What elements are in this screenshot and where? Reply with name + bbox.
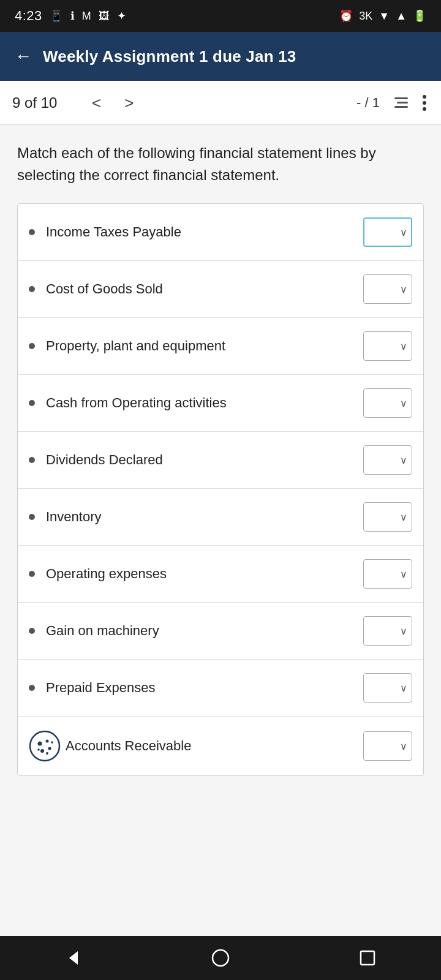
select-wrapper-9: Balance Sheet Income Statement Cash Flow… xyxy=(363,731,412,761)
more-options-button[interactable] xyxy=(420,92,429,113)
match-select-3[interactable]: Balance Sheet Income Statement Cash Flow… xyxy=(363,388,412,418)
content-area: Match each of the following financial st… xyxy=(0,125,441,936)
match-label: Cost of Goods Sold xyxy=(46,281,363,298)
match-label: Gain on machinery xyxy=(46,622,363,640)
select-wrapper-1: Balance Sheet Income Statement Cash Flow… xyxy=(363,274,412,304)
row-dot xyxy=(29,571,35,577)
alarm-icon: ⏰ xyxy=(339,9,353,23)
svg-point-9 xyxy=(213,950,228,966)
image-icon: 🖼 xyxy=(99,10,110,23)
select-wrapper-7: Balance Sheet Income Statement Cash Flow… xyxy=(363,616,412,646)
back-nav-button[interactable] xyxy=(49,936,98,980)
row-dot xyxy=(29,628,35,634)
match-row: Income Taxes Payable Balance Sheet Incom… xyxy=(18,204,423,261)
row-dot xyxy=(29,229,35,235)
match-row: Dividends Declared Balance Sheet Income … xyxy=(18,432,423,489)
match-row: Accounts Receivable Balance Sheet Income… xyxy=(18,717,423,775)
svg-marker-8 xyxy=(69,951,78,965)
match-label: Accounts Receivable xyxy=(66,737,363,755)
match-select-9[interactable]: Balance Sheet Income Statement Cash Flow… xyxy=(363,731,412,761)
match-label: Cash from Operating activities xyxy=(46,394,363,412)
status-time: 4:23 xyxy=(15,8,42,24)
svg-point-6 xyxy=(37,748,40,751)
mail-icon: M xyxy=(82,10,91,23)
row-dot xyxy=(29,514,35,520)
select-wrapper-4: Balance Sheet Income Statement Cash Flow… xyxy=(363,445,412,475)
select-wrapper-0: Balance Sheet Income Statement Cash Flow… xyxy=(363,217,412,247)
home-circle-icon xyxy=(211,949,230,967)
row-dot xyxy=(29,343,35,349)
select-wrapper-8: Balance Sheet Income Statement Cash Flow… xyxy=(363,673,412,703)
signal-3g-icon: 3K xyxy=(359,10,372,23)
select-wrapper-2: Balance Sheet Income Statement Cash Flow… xyxy=(363,331,412,361)
star-icon: ✦ xyxy=(117,9,126,23)
back-button[interactable]: ← xyxy=(15,48,32,65)
match-select-6[interactable]: Balance Sheet Income Statement Cash Flow… xyxy=(363,559,412,589)
match-row: Prepaid Expenses Balance Sheet Income St… xyxy=(18,660,423,717)
match-select-2[interactable]: Balance Sheet Income Statement Cash Flow… xyxy=(363,331,412,361)
status-bar-left: 4:23 📱 ℹ M 🖼 ✦ xyxy=(15,8,126,24)
svg-point-1 xyxy=(38,742,42,746)
match-label: Dividends Declared xyxy=(46,451,363,469)
svg-point-4 xyxy=(48,747,51,750)
back-triangle-icon xyxy=(64,949,83,967)
wifi-icon: ▼ xyxy=(379,10,390,23)
phone-icon: 📱 xyxy=(50,9,63,23)
question-text: Match each of the following financial st… xyxy=(17,142,424,186)
svg-point-5 xyxy=(46,752,48,755)
row-dot xyxy=(29,457,35,463)
status-bar: 4:23 📱 ℹ M 🖼 ✦ ⏰ 3K ▼ ▲ 🔋 xyxy=(0,0,441,32)
prev-button[interactable]: < xyxy=(86,92,107,113)
row-dot xyxy=(29,400,35,406)
list-view-button[interactable] xyxy=(394,97,408,108)
select-wrapper-5: Balance Sheet Income Statement Cash Flow… xyxy=(363,502,412,532)
row-dot xyxy=(29,685,35,691)
match-label: Income Taxes Payable xyxy=(46,224,363,241)
match-label: Prepaid Expenses xyxy=(46,679,363,697)
toolbar: 9 of 10 < > - / 1 xyxy=(0,81,441,125)
svg-point-3 xyxy=(40,749,44,753)
select-wrapper-3: Balance Sheet Income Statement Cash Flow… xyxy=(363,388,412,418)
match-row: Property, plant and equipment Balance Sh… xyxy=(18,318,423,375)
status-bar-right: ⏰ 3K ▼ ▲ 🔋 xyxy=(339,9,426,23)
match-select-1[interactable]: Balance Sheet Income Statement Cash Flow… xyxy=(363,274,412,304)
match-row: Operating expenses Balance Sheet Income … xyxy=(18,546,423,603)
match-label: Inventory xyxy=(46,508,363,526)
bottom-nav-bar xyxy=(0,936,441,980)
network-icon: ▲ xyxy=(396,10,407,23)
info-icon: ℹ xyxy=(70,9,75,23)
match-select-4[interactable]: Balance Sheet Income Statement Cash Flow… xyxy=(363,445,412,475)
svg-point-0 xyxy=(30,731,59,761)
match-row: Gain on machinery Balance Sheet Income S… xyxy=(18,603,423,660)
match-row: Cost of Goods Sold Balance Sheet Income … xyxy=(18,261,423,318)
match-select-7[interactable]: Balance Sheet Income Statement Cash Flow… xyxy=(363,616,412,646)
svg-point-2 xyxy=(46,740,49,743)
home-nav-button[interactable] xyxy=(196,936,245,980)
cookie-icon xyxy=(29,730,61,762)
match-label: Operating expenses xyxy=(46,565,363,583)
row-dot xyxy=(29,286,35,292)
recents-square-icon xyxy=(359,949,376,967)
score-display: - / 1 xyxy=(356,95,380,111)
match-select-8[interactable]: Balance Sheet Income Statement Cash Flow… xyxy=(363,673,412,703)
svg-rect-10 xyxy=(361,951,374,965)
page-title: Weekly Assignment 1 due Jan 13 xyxy=(43,47,296,66)
match-row: Cash from Operating activities Balance S… xyxy=(18,375,423,432)
battery-icon: 🔋 xyxy=(413,9,426,23)
question-nav: < > xyxy=(86,92,140,113)
match-select-0[interactable]: Balance Sheet Income Statement Cash Flow… xyxy=(363,217,412,247)
question-counter: 9 of 10 xyxy=(12,94,86,111)
match-row: Inventory Balance Sheet Income Statement… xyxy=(18,489,423,546)
match-label: Property, plant and equipment xyxy=(46,337,363,355)
app-bar: ← Weekly Assignment 1 due Jan 13 xyxy=(0,32,441,81)
select-wrapper-6: Balance Sheet Income Statement Cash Flow… xyxy=(363,559,412,589)
match-table: Income Taxes Payable Balance Sheet Incom… xyxy=(17,203,424,776)
svg-point-7 xyxy=(51,741,53,744)
match-select-5[interactable]: Balance Sheet Income Statement Cash Flow… xyxy=(363,502,412,532)
next-button[interactable]: > xyxy=(118,92,140,113)
recents-nav-button[interactable] xyxy=(343,936,392,980)
